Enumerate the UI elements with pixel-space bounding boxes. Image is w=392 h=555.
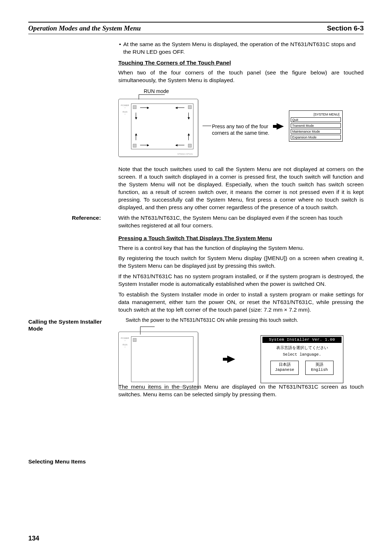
arrow-left-icon (176, 145, 184, 145)
subheading-press-switch: Pressing a Touch Switch That Displays Th… (118, 235, 364, 242)
device-power-label: POWER○ RUN○ (121, 104, 129, 115)
device-model-label: NT631C-ST141 (177, 385, 193, 388)
language-japanese-button[interactable]: 日本語Japanese (270, 361, 299, 375)
arrow-left-icon (176, 108, 184, 108)
header-right: Section 6-3 (327, 24, 364, 33)
paragraph: If the NT631/NT631C has no system progra… (118, 273, 364, 288)
figure-corners: RUN mode POWER○ RUN○ (118, 88, 364, 161)
subheading-touch-corners: Touching The Corners of The Touch Panel (118, 59, 364, 67)
corner-touch-tr[interactable] (188, 105, 192, 109)
device-frame: POWER○ RUN○ NT631C-ST141 (118, 332, 198, 390)
leader-line (203, 126, 211, 126)
device-frame: POWER○ RUN○ NT631C-ST (118, 99, 198, 157)
side-heading-selecting: Selecting Menu Items (28, 458, 108, 465)
bullet-dot: • (119, 41, 121, 56)
corner-touch-bl[interactable] (133, 144, 136, 147)
system-menu-title: [SYSTEM MENU] (291, 112, 341, 117)
device-model-label: NT631C-ST141 (177, 153, 193, 155)
big-arrow-icon (277, 123, 284, 130)
device-screen (131, 104, 193, 149)
reference-body: With the NT631/NT631C, the System Menu c… (118, 214, 364, 230)
paragraph: There is a control key that has the func… (118, 244, 364, 252)
corner-touch-tl[interactable] (133, 338, 136, 342)
figure-installer-caption: Switch the power to the NT631/NT631C ON … (126, 317, 364, 324)
arrow-up-icon (136, 134, 136, 140)
big-arrow-icon (227, 356, 235, 363)
header-left: Operation Modes and the System Menu (28, 24, 141, 33)
arrow-up-icon (188, 134, 189, 140)
arrow-down-icon (136, 113, 136, 119)
paragraph: When two of the four corners of the touc… (118, 69, 364, 84)
figure-installer: Switch the power to the NT631/NT631C ON … (118, 317, 364, 380)
press-corners-caption: Press any two of the fourcorners at the … (212, 123, 269, 136)
arrow-right-icon (140, 108, 149, 108)
arrow-right-icon (140, 145, 149, 145)
corner-touch-tl[interactable] (133, 105, 136, 109)
language-english-button[interactable]: 英語English (305, 361, 334, 375)
reference-label: Reference: (72, 214, 118, 230)
menu-transmit[interactable]: Transmit Mode (291, 123, 341, 128)
device-screen (131, 336, 193, 382)
side-heading-installer: Calling the System Installer Mode (28, 318, 108, 332)
menu-maintenance[interactable]: Maintenance Mode (291, 129, 341, 134)
installer-title: System Installer Ver. 1.00 (262, 337, 342, 343)
leader-line (139, 94, 165, 95)
system-menu-popup: [SYSTEM MENU] Quit Transmit Mode Mainten… (289, 110, 343, 142)
run-mode-label: RUN mode (144, 88, 169, 95)
system-installer-screen: System Installer Ver. 1.00 表示言語を選択してください… (261, 335, 343, 383)
corner-touch-br[interactable] (188, 144, 192, 147)
arrow-down-icon (188, 113, 189, 119)
bullet-item: • At the same as the System Menu is disp… (118, 41, 364, 56)
paragraph: By registering the touch switch for Syst… (118, 255, 364, 270)
bullet-text: At the same as the System Menu is displa… (123, 41, 364, 56)
paragraph: To establish the System Installer mode i… (118, 291, 364, 314)
paragraph: Note that the touch switches used to cal… (118, 166, 364, 211)
page-header: Operation Modes and the System Menu Sect… (28, 22, 364, 34)
device-power-label: POWER○ RUN○ (121, 337, 129, 348)
menu-expansion[interactable]: Expansion Mode (291, 135, 341, 139)
installer-prompt-jp: 表示言語を選択してください (261, 345, 343, 351)
page-number: 134 (28, 534, 39, 543)
installer-prompt-en: Select language. (261, 352, 343, 357)
reference-block: Reference: With the NT631/NT631C, the Sy… (118, 214, 364, 230)
menu-quit[interactable]: Quit (291, 117, 341, 122)
leader-line (140, 327, 155, 327)
